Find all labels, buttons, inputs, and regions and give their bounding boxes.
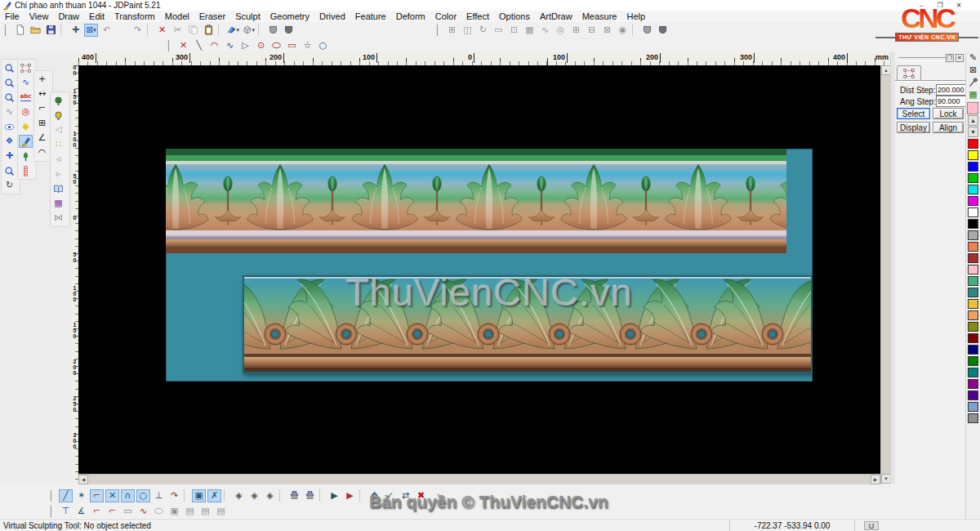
snap-grid-icon[interactable]: ✶: [74, 489, 88, 502]
rotate-icon[interactable]: ↻: [476, 24, 490, 37]
toolbar-grip[interactable]: [167, 40, 172, 51]
select-tab[interactable]: [897, 65, 921, 81]
array-icon[interactable]: ▦: [523, 24, 537, 37]
menu-item-file[interactable]: File: [0, 11, 24, 21]
color-swatch[interactable]: [968, 322, 978, 332]
palette-up-button[interactable]: ▲: [968, 115, 978, 126]
array-b-icon[interactable]: ▤: [198, 505, 212, 518]
display-button[interactable]: Display: [897, 122, 930, 133]
select-marquee-icon[interactable]: [19, 61, 33, 74]
menu-item-transform[interactable]: Transform: [109, 11, 160, 21]
lock-button[interactable]: Lock: [933, 108, 964, 119]
current-color-swatch[interactable]: [967, 102, 978, 114]
nudge-pick-icon[interactable]: ⇄: [399, 489, 412, 502]
shear-icon[interactable]: ▭: [492, 24, 506, 37]
pick-remove-icon[interactable]: ▶: [343, 489, 357, 502]
panel-handle[interactable]: [898, 57, 946, 61]
text-tool-icon[interactable]: abc: [19, 91, 33, 104]
scale-icon[interactable]: ⊡: [507, 24, 521, 37]
minimize-button[interactable]: –: [915, 2, 928, 9]
move-view-icon[interactable]: ✚: [2, 149, 16, 163]
offset-icon[interactable]: ◎: [554, 24, 568, 37]
menu-item-geometry[interactable]: Geometry: [265, 11, 314, 21]
sound-off-icon[interactable]: ◁: [51, 123, 65, 136]
pick-add-icon[interactable]: ▶: [327, 489, 341, 502]
lattice-icon[interactable]: ⊞: [569, 24, 583, 37]
corner-chamfer-icon[interactable]: ⌐: [105, 505, 119, 518]
relief-region-icon[interactable]: [656, 24, 670, 37]
menu-item-edit[interactable]: Edit: [84, 11, 109, 21]
snap-center-icon[interactable]: ▣: [192, 489, 206, 502]
combine-icon[interactable]: ◉: [616, 24, 630, 37]
color-swatch[interactable]: [968, 390, 978, 400]
redo-icon[interactable]: ↷: [131, 24, 145, 37]
array-a-icon[interactable]: ▤: [183, 505, 197, 518]
tangent-point-icon[interactable]: ∡: [74, 505, 88, 518]
toolbar-grip[interactable]: [50, 506, 55, 517]
regen-view-icon[interactable]: ↻: [2, 179, 16, 192]
paste-icon[interactable]: [202, 24, 216, 37]
canvas-viewport[interactable]: ThuVienCNC.vn: [78, 65, 880, 484]
zoom-previous-icon[interactable]: [2, 91, 16, 104]
color-swatch[interactable]: [968, 265, 978, 274]
align-button[interactable]: Align: [933, 122, 964, 133]
render-mode-icon[interactable]: ▾: [226, 24, 240, 37]
rectangle-tool-icon[interactable]: ▭: [285, 39, 299, 52]
corner-fillet-icon[interactable]: ⌐: [90, 505, 104, 518]
guide-y-icon[interactable]: ◈: [247, 489, 261, 502]
guide-z-icon[interactable]: ◈: [263, 489, 277, 502]
stamp-fill-icon[interactable]: [303, 489, 317, 502]
next-step-icon[interactable]: ▹: [51, 167, 65, 181]
menu-item-color[interactable]: Color: [430, 11, 461, 21]
color-swatch[interactable]: [968, 162, 978, 172]
ellipse-gray-icon[interactable]: [152, 505, 166, 518]
arc-tool-icon[interactable]: ◠: [207, 39, 221, 52]
snap-close-icon[interactable]: ✖: [414, 489, 428, 502]
scroll-right-button[interactable]: ▶: [871, 475, 880, 484]
menu-item-draw[interactable]: Draw: [53, 11, 84, 21]
smooth-tool-icon[interactable]: [266, 24, 280, 37]
save-file-icon[interactable]: [44, 24, 58, 37]
color-swatch[interactable]: [968, 139, 978, 149]
rect-corner-icon[interactable]: ▭: [121, 505, 135, 518]
menu-item-measure[interactable]: Measure: [577, 11, 622, 21]
relief-object-icon[interactable]: [19, 149, 33, 163]
curve-array-icon[interactable]: ∿: [538, 24, 552, 37]
zoom-scale-icon[interactable]: [2, 164, 16, 177]
measure-width-icon[interactable]: ↔: [35, 87, 49, 100]
color-swatch[interactable]: [968, 379, 978, 389]
star-tool-icon[interactable]: ☆: [301, 39, 314, 52]
verify-pick-icon[interactable]: ✓: [383, 489, 397, 502]
palette-down-button[interactable]: ▼: [968, 127, 978, 137]
view-3d-icon-dropdown[interactable]: ▾: [252, 24, 255, 37]
snap-arc-icon[interactable]: ∩: [121, 489, 135, 502]
color-swatch[interactable]: [968, 288, 978, 297]
shade-view-icon[interactable]: [2, 120, 16, 133]
color-swatch[interactable]: [968, 230, 978, 240]
menu-item-view[interactable]: View: [24, 11, 54, 21]
snap-corner-icon[interactable]: ⌐: [90, 489, 104, 502]
panel-restore-button[interactable]: ❐: [946, 54, 954, 62]
light-green-icon[interactable]: [51, 94, 65, 107]
undo-icon[interactable]: ↶: [100, 24, 114, 37]
cut-icon[interactable]: ✂: [171, 24, 185, 37]
weld-icon[interactable]: ⊠: [600, 24, 614, 37]
render-mode-icon-dropdown[interactable]: ▾: [236, 24, 239, 37]
texture-table-icon[interactable]: ▦: [51, 197, 65, 210]
section-step-icon[interactable]: ⌐: [35, 102, 49, 115]
eraser-tool-icon[interactable]: ◆: [19, 120, 33, 133]
measure-angle-icon[interactable]: ∠: [35, 132, 49, 145]
snap-perpendicular-icon[interactable]: ⊥: [152, 489, 166, 502]
show-curve-icon[interactable]: ∿: [2, 105, 16, 118]
line-tool-icon[interactable]: ╲: [192, 39, 206, 52]
pencil-icon[interactable]: ✎: [967, 52, 979, 64]
color-swatch[interactable]: [968, 207, 978, 217]
palette-edit-icon[interactable]: ▦: [967, 89, 979, 100]
duplicate-icon[interactable]: ⊞: [445, 24, 459, 37]
open-file-icon[interactable]: [29, 24, 42, 37]
toolbar-grip[interactable]: [436, 25, 441, 36]
toolbar-grip[interactable]: [4, 25, 9, 36]
snap-intersection-icon[interactable]: ✕: [105, 489, 119, 502]
measure-ruler-icon[interactable]: [19, 164, 33, 177]
color-swatch[interactable]: [968, 276, 978, 286]
